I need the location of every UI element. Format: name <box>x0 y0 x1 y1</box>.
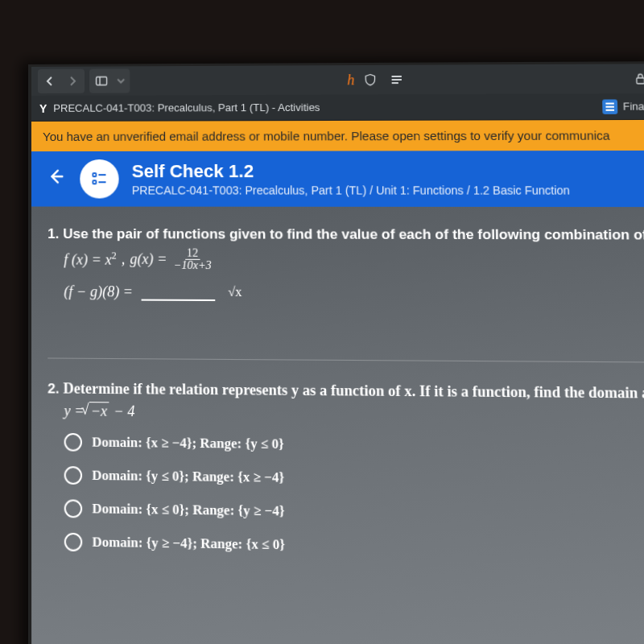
checklist-icon <box>89 169 109 188</box>
nav-group <box>38 69 85 93</box>
q1-answer-row: (f − g)(8) = √x <box>64 283 644 303</box>
q1-functions: f (x) = x2 , g(x) = 12 −10x+3 <box>64 247 644 273</box>
chevron-right-icon <box>66 75 79 88</box>
site-logo: Y <box>39 101 47 114</box>
svg-rect-2 <box>637 78 644 84</box>
question-2: 2. Determine if the relation represents … <box>47 380 644 559</box>
sidebar-toggle-button[interactable] <box>91 71 112 92</box>
lock-button[interactable] <box>630 68 644 89</box>
chevron-left-icon <box>43 75 56 88</box>
q1-expression: (f − g)(8) = <box>64 283 133 301</box>
app-window: h Y PRECALC-041-T003: Precalculus, Part … <box>28 61 644 644</box>
lines-icon <box>390 73 403 86</box>
finance-label: Finan <box>623 100 644 112</box>
honey-extension-icon[interactable]: h <box>347 72 354 89</box>
lock-icon <box>634 72 644 85</box>
assignment-title: Self Check 1.2 <box>132 160 570 182</box>
question-1: 1. Use the pair of functions given to fi… <box>47 226 644 303</box>
verify-email-banner[interactable]: You have an unverified email address or … <box>31 120 644 151</box>
q2-option-a[interactable]: Domain: {x ≥ −4}; Range: {y ≤ 0} <box>64 433 644 457</box>
browser-toolbar: h <box>31 64 644 96</box>
finance-extension-icon[interactable] <box>603 99 618 114</box>
tab-title: PRECALC-041-T003: Precalculus, Part 1 (T… <box>53 101 320 114</box>
q1-prompt: 1. Use the pair of functions given to fi… <box>47 226 644 244</box>
svg-rect-4 <box>93 180 96 184</box>
radio-icon <box>64 433 82 452</box>
sqrt-keypad-button[interactable]: √x <box>223 283 247 302</box>
sidebar-toggle-group <box>89 68 130 93</box>
sidebar-icon <box>95 75 108 88</box>
radio-icon <box>64 499 82 518</box>
tab-strip: Y PRECALC-041-T003: Precalculus, Part 1 … <box>31 93 644 122</box>
arrow-left-icon <box>47 167 64 185</box>
sidebar-menu-button[interactable] <box>114 70 128 91</box>
breadcrumb[interactable]: PRECALC-041-T003: Precalculus, Part 1 (T… <box>132 184 570 196</box>
svg-rect-0 <box>97 77 107 85</box>
header-back-button[interactable] <box>44 167 67 190</box>
shield-button[interactable] <box>359 69 381 90</box>
assignment-type-icon <box>80 159 119 198</box>
q2-option-c[interactable]: Domain: {x ≤ 0}; Range: {y ≥ −4} <box>64 499 644 525</box>
forward-nav-button[interactable] <box>62 71 83 92</box>
svg-rect-3 <box>93 173 96 176</box>
tab-right: Finan <box>603 99 644 114</box>
q2-prompt: 2. Determine if the relation represents … <box>47 380 644 402</box>
radio-icon <box>64 533 82 551</box>
radio-icon <box>64 466 82 485</box>
q1-answer-input[interactable] <box>141 286 215 301</box>
q2-option-b[interactable]: Domain: {y ≤ 0}; Range: {x ≥ −4} <box>64 466 644 491</box>
reader-button[interactable] <box>386 69 407 90</box>
header-text: Self Check 1.2 PRECALC-041-T003: Precalc… <box>132 160 570 196</box>
chevron-down-icon <box>114 74 127 87</box>
q2-option-d[interactable]: Domain: {y ≥ −4}; Range: {x ≤ 0} <box>64 533 644 559</box>
assignment-header: Self Check 1.2 PRECALC-041-T003: Precalc… <box>31 151 644 207</box>
shield-icon <box>364 73 378 86</box>
q2-equation: y = −x √ − 4 <box>64 402 644 425</box>
back-nav-button[interactable] <box>39 71 60 92</box>
question-area: 1. Use the pair of functions given to fi… <box>31 207 644 644</box>
question-divider <box>47 357 644 362</box>
